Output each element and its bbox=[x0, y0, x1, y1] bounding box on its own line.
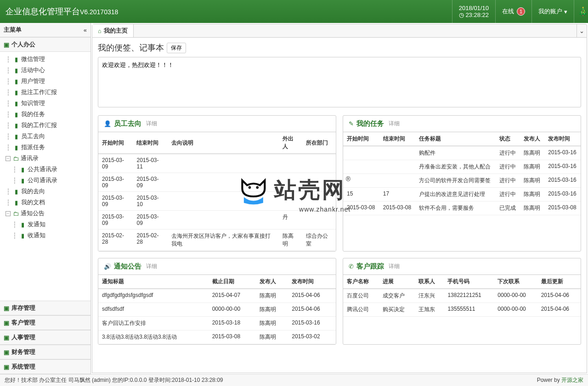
notes-textarea[interactable] bbox=[98, 57, 581, 107]
table-row[interactable]: 方公司的软件开发合同需要签进行中陈高明2015-03-16 bbox=[343, 174, 581, 188]
table-header: 截止日期 bbox=[209, 275, 256, 289]
table-row[interactable]: 2015-03-092015-03-10 bbox=[98, 192, 336, 211]
sidebar-item[interactable]: ┆▮公共通讯录 bbox=[4, 164, 90, 175]
detail-link[interactable]: 详细 bbox=[389, 263, 400, 270]
user-icon: 👤 bbox=[104, 120, 111, 127]
sidebar-item[interactable]: ┆▮公司通讯录 bbox=[4, 175, 90, 186]
volume-icon: 🔊 bbox=[104, 263, 111, 270]
sidebar-item-label: 指派任务 bbox=[21, 143, 45, 151]
save-button[interactable]: 保存 bbox=[167, 43, 186, 53]
sidebar-item[interactable]: ┆▮批注工作汇报 bbox=[4, 87, 90, 98]
sidebar-section[interactable]: ▣人事管理 bbox=[0, 330, 90, 345]
file-icon: ▮ bbox=[13, 78, 19, 85]
sidebar-section[interactable]: ▣客户管理 bbox=[0, 315, 90, 330]
notice-table: 通知标题截止日期发布人发布时间dfgdfgdfgdsfgsdfgsdf2015-… bbox=[98, 275, 336, 344]
app-header: 企业信息化管理平台V6.20170318 2018/01/10 ◷ 23:28:… bbox=[0, 0, 588, 23]
sidebar-item[interactable]: ┆▮收通知 bbox=[4, 230, 90, 241]
sidebar-item[interactable]: ┆▮活动中心 bbox=[4, 65, 90, 76]
table-header: 通知标题 bbox=[98, 275, 209, 289]
footer-link[interactable]: 开源之家 bbox=[561, 377, 583, 383]
collapse-toggle-icon[interactable]: − bbox=[6, 156, 11, 161]
sidebar-section[interactable]: ▣库存管理 bbox=[0, 301, 90, 315]
tabs-more-button[interactable]: ⌄ bbox=[577, 24, 587, 37]
file-icon: ▮ bbox=[19, 221, 26, 228]
online-count-badge: 1 bbox=[517, 7, 525, 16]
sidebar-item-notice[interactable]: − 🗀通知公告 bbox=[4, 208, 90, 219]
sidebar-item-label: 知识管理 bbox=[21, 99, 45, 107]
sidebar-item-contacts[interactable]: − 🗀通讯录 bbox=[4, 153, 90, 164]
sidebar-item[interactable]: ┆▮我的去向 bbox=[4, 186, 90, 197]
status-bar: 您好！技术部 办公室主任 司马飘然 (admin) 您的IP:0.0.0.0 登… bbox=[0, 374, 588, 386]
table-row[interactable]: 购配件进行中陈高明2015-03-16 bbox=[343, 146, 581, 160]
table-header: 结束时间 bbox=[379, 132, 416, 146]
file-icon: ▮ bbox=[13, 89, 19, 96]
table-header: 发布人 bbox=[520, 132, 544, 146]
folder-icon: 🗀 bbox=[12, 210, 19, 217]
sidebar-section-label: 库存管理 bbox=[11, 304, 35, 312]
sidebar-item[interactable]: ┆▮我的文档 bbox=[4, 197, 90, 208]
file-icon: ▮ bbox=[13, 56, 19, 63]
arrow-right-icon: ▣ bbox=[4, 334, 9, 341]
table-header: 进展 bbox=[379, 275, 415, 289]
table-row[interactable]: 2015-03-092015-03-09丹 bbox=[98, 211, 336, 229]
table-header: 发布时间 bbox=[288, 275, 336, 289]
header-account[interactable]: 我的账户 ▾ bbox=[531, 0, 574, 23]
sidebar-item-label: 通知公告 bbox=[21, 209, 45, 218]
sidebar-item[interactable]: ┆▮微信管理 bbox=[4, 54, 90, 65]
arrow-right-icon: ▣ bbox=[4, 41, 9, 48]
detail-link[interactable]: 详细 bbox=[146, 120, 157, 128]
sidebar-section-label: 财务管理 bbox=[11, 348, 35, 356]
sidebar-item[interactable]: ┆▮我的任务 bbox=[4, 109, 90, 120]
table-row[interactable]: 腾讯公司购买决定王旭东1355555110000-00-002015-04-06 bbox=[343, 303, 581, 317]
table-row[interactable]: 2015-03-082015-03-08软件不会用，需要服务已完成陈高明2015… bbox=[343, 201, 581, 215]
table-header: 发布人 bbox=[256, 275, 288, 289]
table-row[interactable]: 1517户提出的改进意见进行处理进行中陈高明2015-03-16 bbox=[343, 188, 581, 201]
file-icon: ▮ bbox=[13, 133, 19, 140]
table-row[interactable]: 丹准备出差安装，其他人配合进行中陈高明2015-03-16 bbox=[343, 160, 581, 174]
sidebar-section[interactable]: ▣财务管理 bbox=[0, 345, 90, 359]
staff-table: 开始时间结束时间去向说明外出人所在部门2015-03-092015-03-112… bbox=[98, 132, 336, 251]
table-row[interactable]: 2015-02-282015-02-28去海州开发区拜访客户，大家有事直接打我电… bbox=[98, 229, 336, 251]
header-tree-button[interactable]: 🎄 bbox=[574, 0, 588, 23]
detail-link[interactable]: 详细 bbox=[389, 120, 400, 128]
table-row[interactable]: dfgdfgdfgdsfgsdfgsdf2015-04-07陈高明2015-04… bbox=[98, 289, 336, 303]
sidebar-item[interactable]: ┆▮我的工作汇报 bbox=[4, 120, 90, 131]
panel-tasks: ✎ 我的任务 详细 开始时间结束时间任务标题状态发布人发布时间购配件进行中陈高明… bbox=[343, 115, 581, 252]
table-row[interactable]: 3.8活动3.8活动3.8活动3.8活动2015-03-08陈高明2015-03… bbox=[98, 330, 336, 344]
sidebar-section-label: 人事管理 bbox=[11, 333, 35, 341]
table-row[interactable]: sdfsdfsdf0000-00-00陈高明2015-04-06 bbox=[98, 303, 336, 317]
sidebar-item[interactable]: ┆▮知识管理 bbox=[4, 98, 90, 109]
table-row[interactable]: 2015-03-092015-03-09 bbox=[98, 173, 336, 192]
table-header: 开始时间 bbox=[98, 132, 133, 154]
file-icon: ▮ bbox=[13, 199, 19, 206]
detail-link[interactable]: 详细 bbox=[146, 263, 157, 270]
header-datetime: 2018/01/10 ◷ 23:28:22 bbox=[452, 0, 495, 23]
sidebar-item[interactable]: ┆▮发通知 bbox=[4, 219, 90, 230]
arrow-right-icon: ▣ bbox=[4, 305, 9, 312]
file-icon: ▮ bbox=[13, 188, 19, 195]
header-online[interactable]: 在线 1 bbox=[495, 0, 531, 23]
sidebar-section[interactable]: ▣系统管理 bbox=[0, 359, 90, 374]
table-row[interactable]: 客户回访工作安排2015-03-18陈高明2015-03-16 bbox=[98, 317, 336, 330]
sidebar-section-personal[interactable]: ▣ 个人办公 bbox=[0, 37, 90, 52]
sidebar-item-label: 我的文档 bbox=[21, 198, 45, 207]
file-icon: ▮ bbox=[13, 111, 19, 118]
sidebar-item[interactable]: ┆▮用户管理 bbox=[4, 76, 90, 87]
home-icon: ⌂ bbox=[98, 28, 102, 34]
table-row[interactable]: 百度公司成交客户汪东兴138221212510000-00-002015-04-… bbox=[343, 289, 581, 303]
footer-right: Power by 开源之家 bbox=[537, 376, 583, 384]
sidebar-item[interactable]: ┆▮员工去向 bbox=[4, 131, 90, 142]
sidebar-item-label: 我的去向 bbox=[21, 187, 45, 196]
table-row[interactable]: 2015-03-092015-03-11 bbox=[98, 154, 336, 173]
tab-home[interactable]: ⌂ 我的主页 bbox=[92, 24, 134, 37]
file-icon: ▮ bbox=[19, 232, 26, 239]
file-icon: ▮ bbox=[19, 177, 26, 184]
table-header: 开始时间 bbox=[343, 132, 379, 146]
collapse-toggle-icon[interactable]: − bbox=[6, 211, 11, 216]
sidebar-item-label: 通讯录 bbox=[21, 154, 39, 162]
sidebar-item[interactable]: ┆▮指派任务 bbox=[4, 142, 90, 153]
table-header: 状态 bbox=[496, 132, 520, 146]
phone-icon: ✆ bbox=[349, 263, 354, 270]
collapse-icon[interactable]: « bbox=[84, 27, 87, 34]
tasks-table: 开始时间结束时间任务标题状态发布人发布时间购配件进行中陈高明2015-03-16… bbox=[343, 132, 581, 215]
